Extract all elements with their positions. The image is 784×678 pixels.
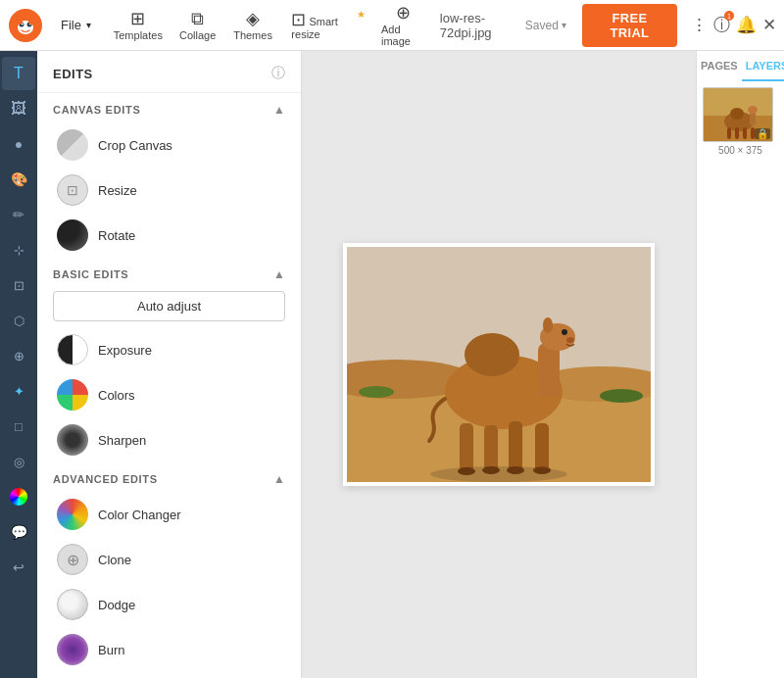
exposure-icon	[57, 334, 88, 365]
colors-icon	[57, 379, 88, 411]
photo-tool-icon[interactable]: 🖼	[2, 92, 35, 125]
collage-label: Collage	[179, 29, 216, 41]
saved-button[interactable]: Saved ▾	[525, 19, 566, 32]
svg-point-21	[566, 337, 574, 343]
shape-tool-icon[interactable]: □	[2, 410, 35, 443]
colors-item[interactable]: Colors	[41, 372, 297, 417]
clone-tool-icon[interactable]: ◎	[2, 445, 35, 478]
clone-item[interactable]: ⊕ Clone	[41, 537, 297, 582]
thumbnail-size: 500 × 375	[703, 145, 778, 156]
burn-icon	[57, 634, 88, 665]
themes-icon: ◈	[246, 10, 260, 27]
comment-tool-icon[interactable]: 💬	[2, 515, 35, 549]
auto-adjust-button[interactable]: Auto adjust	[53, 291, 285, 321]
free-trial-button[interactable]: FREE TRIAL	[582, 4, 677, 47]
right-panel-tabs-row: PAGES LAYERS ✕	[697, 51, 784, 81]
svg-rect-35	[750, 112, 756, 125]
more-options-icon[interactable]: ⋮	[691, 15, 708, 35]
svg-rect-25	[535, 423, 549, 472]
basic-edits-section-header[interactable]: BASIC EDITS ▲	[37, 258, 301, 287]
layer-thumbnail[interactable]: 🔒	[703, 87, 773, 142]
templates-tool[interactable]: ⊞ Templates	[107, 6, 170, 45]
burn-item[interactable]: Burn	[41, 627, 297, 672]
svg-point-12	[359, 386, 394, 398]
info-icon[interactable]: ⓘ	[271, 65, 285, 82]
file-menu[interactable]: File ▾	[53, 14, 99, 36]
canvas-area	[302, 51, 696, 678]
file-label: File	[61, 18, 81, 32]
color-changer-label: Color Changer	[98, 508, 181, 522]
svg-rect-17	[538, 343, 560, 397]
selection-tool-icon[interactable]: ⊹	[2, 233, 35, 266]
nav-tools: ⊞ Templates ⧉ Collage ◈ Themes ⊡ Smart r…	[107, 0, 436, 51]
notification-bell-icon[interactable]: 🔔	[736, 15, 757, 35]
resize-item[interactable]: ⊡ Resize	[41, 168, 297, 213]
collage-tool[interactable]: ⧉ Collage	[172, 6, 224, 45]
dodge-item[interactable]: Dodge	[41, 582, 297, 627]
right-panel: PAGES LAYERS ✕ 🔒 500	[696, 51, 784, 678]
topnav-icon-group: ⋮ ⓘ 1 🔔 ✕	[691, 14, 776, 36]
svg-point-7	[28, 17, 34, 24]
smart-resize-icon: ⊡	[291, 10, 306, 29]
exposure-item[interactable]: Exposure	[41, 327, 297, 372]
resize-label: Resize	[98, 183, 137, 198]
move-tool-icon[interactable]: ✦	[2, 374, 35, 408]
resize-icon: ⊡	[57, 174, 88, 206]
svg-point-19	[543, 317, 553, 333]
text-tool-icon[interactable]: T	[2, 57, 35, 90]
clone-icon: ⊕	[57, 544, 88, 575]
smart-resize-tool[interactable]: ⊡ Smart resize ★	[281, 7, 369, 44]
layers-tab[interactable]: LAYERS	[742, 52, 784, 81]
panel-title: EDITS	[53, 67, 93, 81]
colors-label: Colors	[98, 388, 135, 403]
svg-point-34	[730, 108, 744, 120]
app-logo[interactable]	[8, 8, 43, 43]
sharpen-label: Sharpen	[98, 433, 146, 448]
burn-label: Burn	[98, 643, 124, 657]
undo-tool-icon[interactable]: ↩	[2, 551, 35, 584]
close-icon[interactable]: ✕	[762, 15, 776, 35]
advanced-edits-label: ADVANCED EDITS	[53, 473, 158, 485]
rotate-label: Rotate	[98, 228, 135, 243]
themes-label: Themes	[233, 29, 272, 41]
color-changer-item[interactable]: Color Changer	[41, 492, 297, 537]
crop-canvas-icon	[57, 129, 88, 161]
advanced-edits-section-header[interactable]: ADVANCED EDITS ▲	[37, 462, 301, 492]
brush-tool-icon[interactable]: ●	[2, 127, 35, 161]
thumbnail-area: 🔒 500 × 375	[697, 81, 784, 162]
effects-tool-icon[interactable]: ⬡	[2, 304, 35, 337]
sharpen-item[interactable]: Sharpen	[41, 417, 297, 462]
dodge-icon	[57, 589, 88, 620]
canvas-image-container[interactable]	[343, 243, 655, 486]
crop-tool-icon[interactable]: ⊡	[2, 268, 35, 302]
advanced-edits-chevron-icon: ▲	[273, 472, 285, 486]
basic-edits-chevron-icon: ▲	[273, 267, 285, 281]
canvas-image	[347, 247, 651, 482]
help-icon[interactable]: ⓘ 1	[713, 14, 730, 36]
themes-tool[interactable]: ◈ Themes	[226, 6, 280, 45]
paint-tool-icon[interactable]: 🎨	[2, 163, 35, 196]
color-changer-icon	[57, 499, 88, 530]
rotate-item[interactable]: Rotate	[41, 213, 297, 258]
color-picker-icon[interactable]	[2, 480, 35, 513]
exposure-label: Exposure	[98, 343, 152, 358]
left-panel: EDITS ⓘ CANVAS EDITS ▲ Crop Canvas ⊡ Res…	[37, 51, 302, 678]
rotate-icon	[57, 219, 88, 251]
saved-chevron-icon: ▾	[562, 20, 566, 30]
star-icon: ★	[357, 9, 366, 20]
canvas-edits-section-header[interactable]: CANVAS EDITS ▲	[37, 93, 301, 122]
add-image-tool[interactable]: ⊕ Add image	[371, 0, 436, 51]
crop-canvas-item[interactable]: Crop Canvas	[41, 122, 297, 168]
crop-canvas-label: Crop Canvas	[98, 138, 172, 153]
top-navigation: File ▾ ⊞ Templates ⧉ Collage ◈ Themes ⊡ …	[0, 0, 784, 51]
main-area: T 🖼 ● 🎨 ✏ ⊹ ⊡ ⬡ ⊕ ✦ □ ◎ 💬 ↩ EDITS ⓘ CANV…	[0, 51, 784, 678]
svg-rect-39	[743, 127, 747, 139]
eraser-tool-icon[interactable]: ✏	[2, 198, 35, 231]
pages-tab[interactable]: PAGES	[697, 52, 742, 81]
healing-tool-icon[interactable]: ⊕	[2, 339, 35, 372]
svg-rect-23	[484, 425, 498, 472]
svg-point-16	[465, 333, 519, 376]
svg-rect-22	[460, 423, 473, 472]
levels-item[interactable]: Levels	[41, 672, 297, 678]
panel-header: EDITS ⓘ	[37, 51, 301, 93]
